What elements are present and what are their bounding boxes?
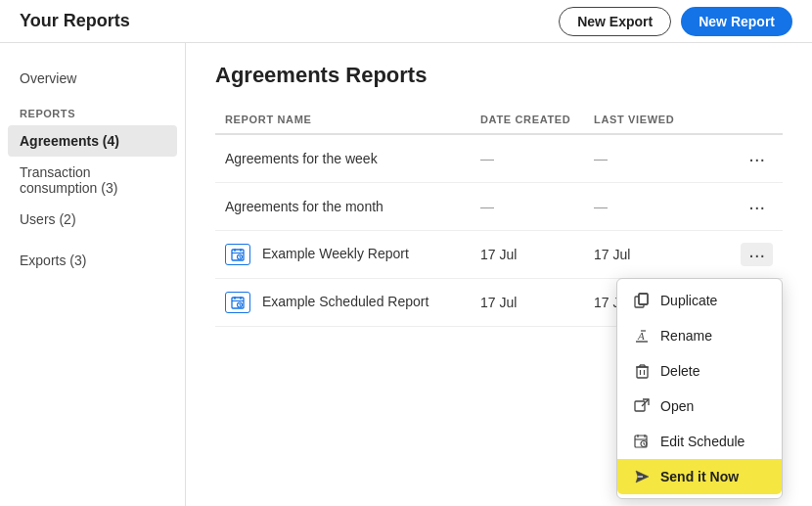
col-header-name: REPORT NAME — [215, 106, 471, 134]
rename-icon: A — [633, 327, 651, 345]
send-now-label: Send it Now — [660, 469, 739, 484]
schedule-icon — [225, 292, 250, 313]
header-actions: New Export New Report — [559, 7, 792, 36]
row-actions: ··· — [698, 231, 783, 279]
sidebar-reports-section: REPORTS — [0, 94, 185, 125]
table-row: Example Weekly Report 17 Jul 17 Jul ··· — [215, 231, 783, 279]
svg-text:A: A — [637, 330, 645, 342]
col-header-actions — [698, 106, 783, 134]
sidebar-item-users[interactable]: Users (2) — [0, 204, 185, 235]
page-title: Your Reports — [20, 11, 130, 31]
svg-line-6 — [240, 257, 241, 258]
context-menu-duplicate[interactable]: Duplicate — [617, 283, 782, 318]
report-name: Agreements for the week — [215, 134, 471, 183]
svg-line-13 — [240, 305, 241, 306]
sidebar-item-agreements[interactable]: Agreements (4) — [8, 125, 177, 157]
send-icon — [633, 468, 651, 485]
edit-schedule-icon — [633, 433, 651, 450]
new-report-button[interactable]: New Report — [681, 7, 792, 36]
content-area: Agreements Reports REPORT NAME DATE CREA… — [186, 43, 812, 506]
date-created: — — [471, 134, 584, 183]
main-layout: Overview REPORTS Agreements (4) Transact… — [0, 43, 812, 506]
svg-rect-20 — [637, 367, 648, 378]
context-menu-edit-schedule[interactable]: Edit Schedule — [617, 424, 782, 459]
sidebar-item-exports[interactable]: Exports (3) — [0, 245, 185, 276]
date-created: — — [471, 183, 584, 231]
last-viewed: — — [584, 183, 698, 231]
row-actions: ··· — [698, 183, 783, 231]
date-created: 17 Jul — [471, 279, 584, 327]
open-icon — [633, 397, 651, 415]
edit-schedule-label: Edit Schedule — [660, 434, 744, 449]
new-export-button[interactable]: New Export — [559, 7, 671, 36]
delete-label: Delete — [660, 363, 699, 379]
svg-line-35 — [644, 444, 645, 445]
col-header-created: DATE CREATED — [471, 106, 584, 134]
context-menu-open[interactable]: Open — [617, 389, 782, 424]
last-viewed: — — [584, 134, 698, 183]
svg-rect-15 — [639, 294, 648, 304]
sidebar: Overview REPORTS Agreements (4) Transact… — [0, 43, 186, 506]
more-options-button[interactable]: ··· — [741, 195, 773, 218]
duplicate-icon — [633, 292, 651, 309]
table-row: Agreements for the week — — ··· — [215, 134, 783, 183]
context-menu: Duplicate A Rename — [616, 278, 783, 499]
date-created: 17 Jul — [471, 231, 584, 279]
table-row: Agreements for the month — — ··· — [215, 183, 783, 231]
open-label: Open — [660, 398, 694, 414]
delete-icon — [633, 362, 651, 380]
last-viewed: 17 Jul — [584, 231, 698, 279]
content-title: Agreements Reports — [215, 63, 783, 88]
header: Your Reports New Export New Report — [0, 0, 812, 43]
more-options-button[interactable]: ··· — [741, 147, 773, 170]
rename-label: Rename — [660, 328, 712, 344]
more-options-button[interactable]: ··· — [741, 243, 773, 266]
col-header-viewed: LAST VIEWED — [584, 106, 698, 134]
context-menu-rename[interactable]: A Rename — [617, 318, 782, 353]
sidebar-item-overview[interactable]: Overview — [0, 63, 185, 94]
duplicate-label: Duplicate — [660, 293, 717, 308]
report-name: Example Scheduled Report — [215, 279, 471, 327]
schedule-icon — [225, 244, 250, 265]
report-name: Example Weekly Report — [215, 231, 471, 279]
context-menu-delete[interactable]: Delete — [617, 353, 782, 389]
sidebar-item-transaction[interactable]: Transaction consumption (3) — [0, 157, 185, 204]
row-actions: ··· — [698, 134, 783, 183]
context-menu-send-now[interactable]: Send it Now — [617, 459, 782, 494]
report-name: Agreements for the month — [215, 183, 471, 231]
svg-rect-27 — [635, 401, 645, 411]
